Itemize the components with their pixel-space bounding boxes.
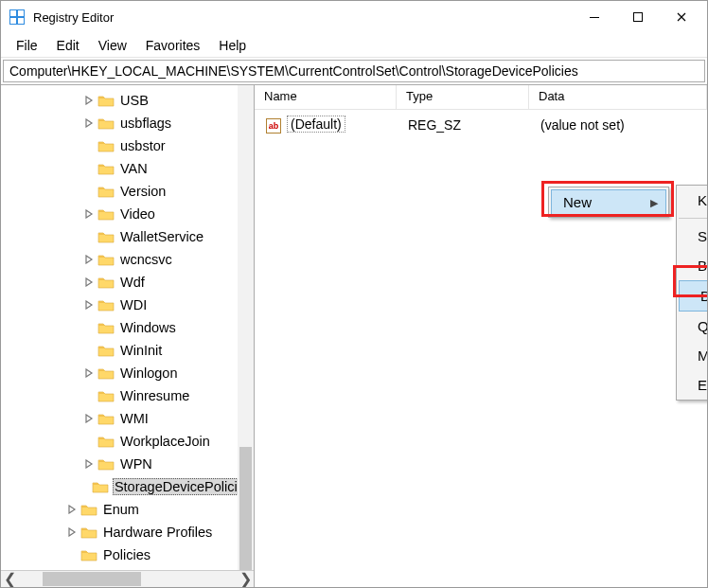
tree-item[interactable]: WDI — [1, 294, 254, 316]
tree-item[interactable]: WMI — [1, 407, 254, 430]
tree-item-label: WinInit — [118, 343, 164, 358]
tree-item-label: usbflags — [118, 116, 173, 131]
folder-icon — [97, 185, 115, 198]
expand-chevron-icon[interactable] — [82, 457, 96, 471]
tree-item-label: Winlogon — [118, 365, 179, 381]
tree-item[interactable]: usbstor — [1, 134, 254, 157]
tree-item[interactable]: VAN — [1, 157, 254, 180]
tree-item-label: WorkplaceJoin — [118, 434, 212, 449]
string-value-icon: ab — [266, 118, 281, 134]
tree-item[interactable]: Winresume — [1, 384, 254, 407]
tree-item[interactable]: Windows — [1, 316, 254, 339]
tree-item[interactable]: Wdf — [1, 271, 254, 294]
tree-item[interactable]: WorkplaceJoin — [1, 430, 254, 453]
maximize-button[interactable] — [616, 3, 660, 31]
context-separator — [679, 218, 707, 219]
expand-chevron-icon[interactable] — [82, 207, 96, 221]
folder-icon — [92, 480, 109, 493]
tree-item[interactable]: Winlogon — [1, 362, 254, 384]
scroll-left-button[interactable]: ❮ — [1, 571, 18, 587]
tree-item-label: VAN — [118, 161, 150, 176]
menu-help[interactable]: Help — [209, 36, 256, 55]
expand-chevron-icon[interactable] — [82, 412, 96, 425]
expand-chevron-icon[interactable] — [65, 526, 79, 539]
expand-chevron-icon[interactable] — [82, 366, 96, 380]
context-item-new[interactable]: New ▶ — [551, 189, 666, 215]
tree-item-label: Policies — [101, 547, 152, 562]
tree-item[interactable]: WinInit — [1, 339, 254, 362]
folder-icon — [97, 321, 115, 334]
menu-edit[interactable]: Edit — [47, 36, 89, 55]
folder-icon — [97, 162, 115, 175]
list-header: Name Type Data — [255, 85, 707, 110]
expand-chevron-icon[interactable] — [82, 116, 96, 130]
folder-icon — [97, 94, 115, 107]
tree-item[interactable]: wcncsvc — [1, 248, 254, 271]
app-window: Registry Editor File Edit View Favorites… — [0, 0, 708, 588]
column-header-name[interactable]: Name — [255, 85, 397, 109]
expand-chevron-icon — [82, 185, 96, 198]
context-item[interactable]: Multi-String Value — [677, 341, 707, 370]
tree-item[interactable]: WalletService — [1, 225, 254, 248]
expand-chevron-icon[interactable] — [82, 253, 96, 266]
list-row[interactable]: ab(Default)REG_SZ(value not set) — [257, 114, 705, 136]
regedit-icon — [9, 9, 26, 26]
expand-chevron-icon[interactable] — [65, 503, 79, 516]
column-header-type[interactable]: Type — [397, 85, 529, 109]
tree-item-label: Version — [118, 184, 168, 199]
tree-item[interactable]: usbflags — [1, 112, 254, 134]
expand-chevron-icon — [82, 344, 96, 357]
tree[interactable]: USBusbflagsusbstorVANVersionVideoWalletS… — [1, 85, 254, 570]
expand-chevron-icon[interactable] — [82, 94, 96, 107]
scrollbar-thumb[interactable] — [239, 447, 252, 570]
expand-chevron-icon[interactable] — [82, 276, 96, 289]
expand-chevron-icon — [82, 162, 96, 175]
scrollbar-thumb[interactable] — [43, 572, 141, 586]
menu-file[interactable]: File — [7, 36, 47, 55]
scroll-right-button[interactable]: ❯ — [237, 571, 254, 587]
tree-item[interactable]: WPN — [1, 453, 254, 475]
svg-rect-6 — [634, 13, 643, 22]
expand-chevron-icon — [82, 321, 96, 334]
context-item[interactable]: Binary Value — [677, 251, 707, 280]
folder-icon — [97, 457, 115, 471]
menu-favorites[interactable]: Favorites — [136, 36, 210, 55]
expand-chevron-icon[interactable] — [82, 298, 96, 312]
tree-item-label: WMI — [118, 411, 150, 426]
column-header-data[interactable]: Data — [529, 85, 707, 109]
minimize-button[interactable] — [573, 3, 616, 31]
tree-item-label: USB — [118, 93, 150, 108]
svg-rect-1 — [10, 10, 16, 16]
expand-chevron-icon — [65, 548, 79, 561]
tree-item[interactable]: Policies — [1, 543, 254, 566]
context-item[interactable]: String Value — [677, 222, 707, 251]
list-pane: Name Type Data ab(Default)REG_SZ(value n… — [255, 85, 707, 587]
tree-item[interactable]: USB — [1, 89, 254, 112]
scrollbar-track[interactable] — [18, 571, 237, 587]
folder-icon — [97, 139, 115, 152]
expand-chevron-icon — [82, 389, 96, 402]
tree-horizontal-scrollbar[interactable]: ❮ ❯ — [1, 570, 254, 587]
tree-vertical-scrollbar[interactable] — [238, 85, 254, 570]
tree-item[interactable]: Hardware Profiles — [1, 521, 254, 543]
tree-item[interactable]: Version — [1, 180, 254, 203]
value-name: (Default) — [287, 116, 345, 133]
menu-view[interactable]: View — [89, 36, 136, 55]
folder-icon — [97, 207, 115, 221]
tree-item[interactable]: Enum — [1, 498, 254, 521]
expand-chevron-icon — [82, 435, 96, 448]
svg-rect-4 — [18, 18, 24, 24]
address-bar[interactable]: Computer\HKEY_LOCAL_MACHINE\SYSTEM\Curre… — [3, 60, 705, 82]
folder-icon — [80, 526, 97, 539]
tree-item[interactable]: Video — [1, 203, 254, 225]
folder-icon — [97, 276, 115, 289]
context-item[interactable]: Expandable String Value — [677, 370, 707, 400]
context-item[interactable]: QWORD (64-bit) Value — [677, 312, 707, 341]
list-body[interactable]: ab(Default)REG_SZ(value not set) — [255, 110, 707, 140]
context-item[interactable]: DWORD (32-bit) Value — [679, 280, 707, 312]
tree-item[interactable]: StorageDevicePolicies — [1, 475, 254, 498]
close-button[interactable] — [660, 3, 703, 31]
folder-icon — [97, 366, 115, 380]
titlebar[interactable]: Registry Editor — [1, 1, 707, 33]
context-item[interactable]: Key — [677, 186, 707, 215]
